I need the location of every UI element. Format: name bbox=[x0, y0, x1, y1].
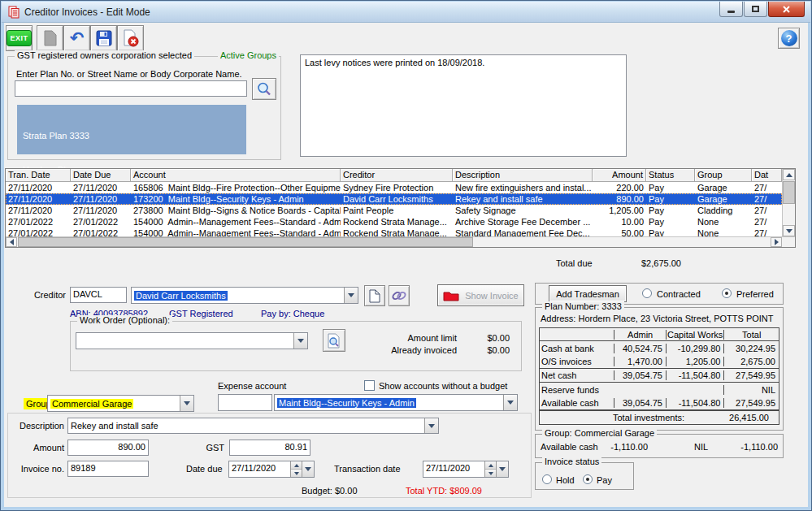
table-row[interactable]: 27/11/202027/11/2020273800 Maint Bldg--S… bbox=[6, 205, 782, 216]
creditor-dropdown[interactable]: David Carr Locksmiths bbox=[131, 287, 358, 304]
cell-description: Archive Storage Fee December ... bbox=[453, 216, 593, 227]
cell-date_due: 27/11/2020 bbox=[71, 205, 131, 216]
group-dropdown-button[interactable] bbox=[180, 396, 193, 411]
search-button[interactable] bbox=[252, 78, 276, 100]
date-due-value: 27/11/2020 bbox=[229, 461, 290, 477]
link-creditor-button[interactable] bbox=[389, 285, 410, 306]
add-tradesman-button[interactable]: Add Tradesman bbox=[549, 285, 627, 302]
description-dropdown-button[interactable] bbox=[424, 418, 438, 433]
horizontal-scroll-thumb[interactable] bbox=[18, 237, 473, 247]
cell-description: New fire extinguishers and instal... bbox=[453, 182, 593, 193]
plan-cell: -11,504.80 bbox=[666, 370, 724, 380]
column-header-status[interactable]: Status bbox=[646, 169, 695, 182]
scroll-down-button[interactable] bbox=[783, 225, 795, 236]
cell-dat: 27/ bbox=[752, 193, 782, 205]
exit-button[interactable]: EXIT bbox=[6, 25, 33, 51]
link-icon bbox=[391, 289, 407, 302]
plan-line: Strata Plan 3333 bbox=[23, 130, 241, 141]
vertical-scroll-thumb[interactable] bbox=[783, 181, 795, 204]
column-header-account[interactable]: Account bbox=[131, 169, 341, 182]
scroll-right-button[interactable] bbox=[771, 237, 782, 247]
pay-radio[interactable] bbox=[583, 474, 593, 484]
search-input[interactable] bbox=[15, 80, 247, 97]
cell-creditor: Rockend Strata Manage... bbox=[341, 227, 453, 236]
preview-document-icon bbox=[327, 333, 341, 349]
show-accounts-checkbox[interactable] bbox=[364, 380, 375, 391]
column-header-dat[interactable]: Dat bbox=[752, 169, 782, 182]
column-header-description[interactable]: Description bbox=[453, 169, 593, 182]
work-order-dropdown[interactable] bbox=[76, 332, 308, 349]
creditor-dropdown-button[interactable] bbox=[344, 288, 358, 303]
group-dropdown[interactable]: Commercial Garage bbox=[47, 395, 194, 412]
hold-radio[interactable] bbox=[542, 474, 552, 484]
column-header-amount[interactable]: Amount bbox=[593, 169, 646, 182]
cell-account: 273800 Maint Bldg--Signs & Notice Boards… bbox=[131, 205, 341, 216]
cell-account: 154000 Admin--Management Fees--Standard … bbox=[131, 216, 341, 227]
table-row[interactable]: 27/01/202227/01/2022154000 Admin--Manage… bbox=[6, 227, 782, 236]
cell-amount: 50.00 bbox=[593, 227, 646, 236]
delete-button[interactable] bbox=[117, 25, 144, 51]
expense-account-label: Expense account bbox=[218, 381, 286, 391]
cell-status: Pay bbox=[646, 216, 695, 227]
transaction-date-calendar-button[interactable] bbox=[496, 461, 508, 477]
transaction-date-picker[interactable]: 27/11/2020 bbox=[423, 461, 509, 478]
invoice-no-input[interactable]: 89189 bbox=[67, 461, 149, 477]
expense-code-input[interactable] bbox=[218, 394, 272, 411]
gst-registered-label: GST Registered bbox=[169, 309, 233, 318]
new-button[interactable] bbox=[37, 25, 63, 51]
minimize-button[interactable] bbox=[719, 2, 743, 17]
column-header-date_due[interactable]: Date Due bbox=[71, 169, 131, 182]
new-creditor-button[interactable] bbox=[364, 285, 385, 306]
undo-button[interactable]: ↶ bbox=[63, 25, 90, 51]
maximize-button[interactable] bbox=[744, 2, 767, 17]
transaction-date-spinner[interactable] bbox=[484, 461, 496, 477]
memo-box[interactable]: Last levy notices were printed on 18/09/… bbox=[300, 54, 627, 157]
plan-table-row: Available cash39,054.75-11,504.8027,549.… bbox=[540, 396, 779, 410]
creditor-code-input[interactable]: DAVCL bbox=[70, 287, 127, 303]
group-available-cash-label: Available cash bbox=[541, 442, 598, 452]
plan-cell: Reserve funds bbox=[540, 385, 614, 395]
table-row[interactable]: 27/11/202027/11/2020165806 Maint Bldg--F… bbox=[6, 182, 782, 193]
scroll-up-button[interactable] bbox=[783, 169, 795, 180]
cell-tran_date: 27/11/2020 bbox=[6, 182, 71, 193]
scroll-left-button[interactable] bbox=[6, 237, 17, 247]
close-button[interactable] bbox=[768, 2, 805, 17]
vertical-scrollbar[interactable] bbox=[782, 169, 795, 236]
column-header-creditor[interactable]: Creditor bbox=[341, 169, 453, 182]
preferred-radio[interactable] bbox=[722, 288, 732, 298]
help-button[interactable]: ? bbox=[778, 28, 800, 49]
selected-plan-box[interactable]: Strata Plan 3333 Hordern Place 23 Victor… bbox=[17, 105, 246, 154]
save-icon bbox=[96, 30, 112, 46]
amount-limit-label: Amount limit bbox=[355, 333, 457, 343]
contracted-radio[interactable] bbox=[642, 288, 652, 298]
description-dropdown[interactable]: Rekey and install safe bbox=[67, 418, 439, 434]
gst-input[interactable]: 80.91 bbox=[229, 440, 310, 456]
cell-date_due: 27/01/2022 bbox=[71, 216, 131, 227]
expense-dropdown-button[interactable] bbox=[503, 395, 517, 410]
plan-cell: 27,549.95 bbox=[723, 398, 779, 408]
plan-cell: -11,504.80 bbox=[666, 398, 724, 408]
date-due-picker[interactable]: 27/11/2020 bbox=[228, 461, 315, 478]
help-icon: ? bbox=[781, 30, 797, 46]
description-value: Rekey and install safe bbox=[68, 421, 424, 431]
plan-cell: 1,205.00 bbox=[666, 357, 724, 366]
expense-account-dropdown[interactable]: Maint Bldg--Security Keys - Admin bbox=[274, 394, 518, 411]
maximize-icon bbox=[752, 6, 759, 12]
horizontal-scrollbar[interactable] bbox=[6, 236, 795, 247]
cell-date_due: 27/01/2022 bbox=[71, 227, 131, 236]
date-due-spinner[interactable] bbox=[290, 461, 302, 477]
cell-tran_date: 27/01/2022 bbox=[6, 216, 71, 227]
owners-corp-legend: GST registered owners corporation select… bbox=[15, 50, 194, 60]
table-row[interactable]: 27/11/202027/11/2020173200 Maint Bldg--S… bbox=[6, 193, 782, 205]
table-row[interactable]: 27/01/202227/01/2022154000 Admin--Manage… bbox=[6, 216, 782, 227]
cell-date_due: 27/11/2020 bbox=[71, 182, 131, 193]
column-header-group[interactable]: Group bbox=[695, 169, 752, 182]
work-order-preview-button[interactable] bbox=[323, 329, 345, 352]
amount-input[interactable]: 890.00 bbox=[67, 440, 149, 456]
spin-down-icon bbox=[489, 472, 493, 475]
work-order-dropdown-button[interactable] bbox=[293, 333, 307, 349]
column-header-tran_date[interactable]: Tran. Date bbox=[6, 169, 71, 182]
show-invoice-button[interactable]: Show Invoice bbox=[437, 284, 524, 306]
date-due-calendar-button[interactable] bbox=[302, 461, 314, 477]
save-button[interactable] bbox=[90, 25, 117, 51]
